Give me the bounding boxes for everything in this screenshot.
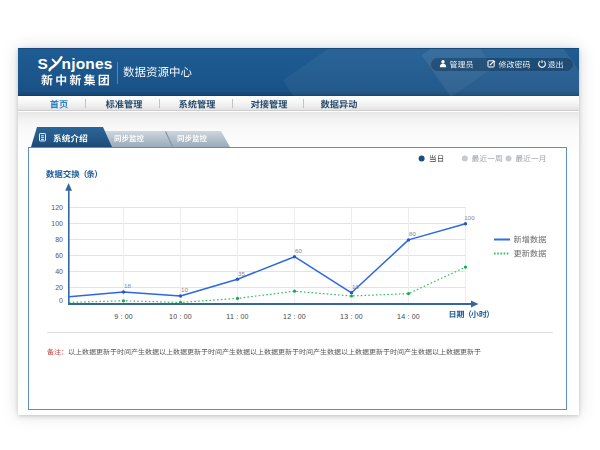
svg-text:10 : 00: 10 : 00 (169, 313, 192, 320)
svg-text:120: 120 (51, 204, 63, 211)
svg-text:14 : 00: 14 : 00 (397, 313, 420, 320)
svg-text:9 : 00: 9 : 00 (114, 313, 133, 320)
svg-text:60: 60 (55, 252, 63, 259)
svg-text:40: 40 (55, 268, 63, 275)
svg-text:10: 10 (352, 283, 359, 290)
svg-text:100: 100 (51, 220, 63, 227)
svg-text:80: 80 (409, 230, 416, 237)
svg-text:0: 0 (59, 297, 63, 304)
svg-text:35: 35 (238, 270, 245, 277)
svg-text:13 : 00: 13 : 00 (340, 313, 363, 320)
svg-text:80: 80 (55, 236, 63, 243)
svg-text:100: 100 (464, 214, 475, 221)
svg-text:60: 60 (295, 247, 302, 254)
svg-text:12 : 00: 12 : 00 (283, 313, 306, 320)
svg-text:10: 10 (181, 286, 188, 293)
svg-text:11 : 00: 11 : 00 (226, 313, 248, 320)
svg-text:20: 20 (55, 284, 63, 291)
svg-text:18: 18 (124, 282, 131, 289)
